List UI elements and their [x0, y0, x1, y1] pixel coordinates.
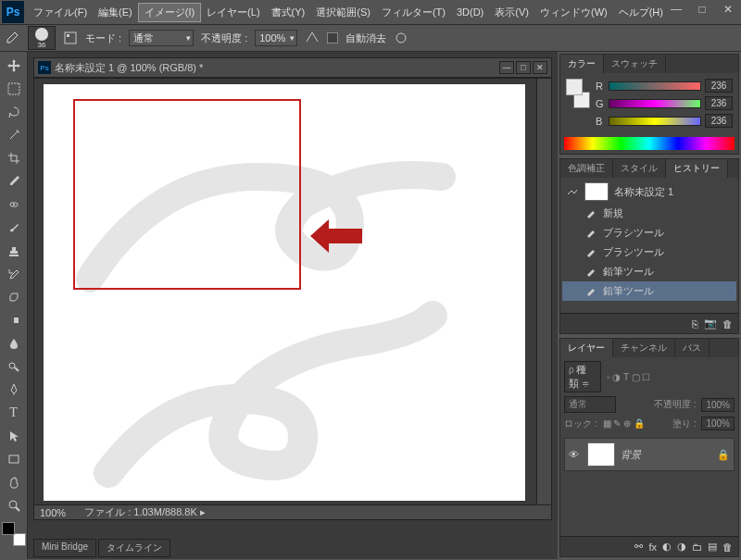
type-tool[interactable]: T [4, 403, 24, 423]
menu-window[interactable]: ウィンドウ(W) [534, 4, 613, 21]
lock-buttons[interactable]: ▦ ✎ ⊕ 🔒 [603, 418, 645, 429]
menu-type[interactable]: 書式(Y) [266, 4, 311, 21]
history-step[interactable]: 新規 [562, 204, 736, 223]
zoom-tool[interactable] [4, 495, 24, 516]
shape-tool[interactable] [4, 449, 24, 469]
brush-preset-picker[interactable]: 36 [28, 26, 56, 50]
history-step[interactable]: ブラシツール [562, 243, 736, 262]
history-trash-icon[interactable]: 🗑 [722, 318, 733, 330]
history-step[interactable]: ブラシツール [562, 223, 736, 243]
svg-rect-0 [65, 32, 76, 44]
color-slider-B[interactable] [609, 117, 701, 126]
tab-paths[interactable]: パス [675, 339, 710, 357]
tab-history[interactable]: ヒストリー [666, 159, 728, 178]
color-slider-R[interactable] [609, 81, 701, 91]
history-camera-icon[interactable]: 📷 [704, 317, 717, 330]
group-icon[interactable]: 🗀 [692, 541, 702, 553]
path-select-tool[interactable] [4, 426, 24, 446]
color-slider-G[interactable] [609, 99, 701, 108]
svg-rect-3 [8, 83, 19, 94]
lock-icon: 🔒 [717, 449, 730, 461]
layer-fill[interactable]: 100% [701, 417, 735, 430]
tab-channels[interactable]: チャンネル [613, 339, 675, 357]
doc-close[interactable]: ✕ [533, 61, 547, 74]
status-bar: 100% ファイル : 1.03M/888.8K ▸ [34, 504, 551, 519]
healing-tool[interactable] [4, 194, 24, 215]
doc-maximize[interactable]: □ [516, 61, 531, 74]
menu-help[interactable]: ヘルプ(H) [613, 4, 669, 21]
svg-rect-1 [67, 34, 69, 37]
zoom-display[interactable]: 100% [40, 507, 66, 518]
menu-view[interactable]: 表示(V) [489, 4, 534, 21]
pen-tool[interactable] [4, 380, 24, 400]
brush-panel-toggle-icon[interactable] [63, 31, 78, 45]
history-snapshot[interactable]: 名称未設定 1 [562, 180, 736, 204]
lasso-tool[interactable] [4, 102, 24, 122]
eyedropper-tool[interactable] [4, 171, 24, 192]
maximize-button[interactable]: □ [689, 0, 715, 19]
mask-icon[interactable]: ◐ [662, 541, 672, 553]
menu-layer[interactable]: レイヤー(L) [201, 4, 265, 21]
menu-3d[interactable]: 3D(D) [451, 5, 489, 19]
color-value-R[interactable]: 236 [705, 79, 733, 93]
visibility-icon[interactable]: 👁 [569, 449, 582, 460]
tab-layers[interactable]: レイヤー [560, 339, 613, 357]
menu-edit[interactable]: 編集(E) [93, 4, 138, 21]
history-brush-tool[interactable] [4, 264, 24, 284]
layer-name[interactable]: 背景 [621, 448, 641, 462]
document-titlebar[interactable]: Ps 名称未設定 1 @ 100% (RGB/8) * — □ ✕ [33, 57, 552, 78]
history-newdoc-icon[interactable]: ⎘ [692, 318, 698, 330]
wand-tool[interactable] [4, 125, 24, 145]
layer-blendmode[interactable]: 通常 [564, 396, 616, 413]
history-step[interactable]: 鉛筆ツール [562, 281, 736, 301]
layer-opacity[interactable]: 100% [701, 398, 735, 412]
gradient-tool[interactable] [4, 310, 24, 330]
blend-mode-dropdown[interactable]: 通常 [129, 30, 194, 46]
autoerase-checkbox[interactable] [327, 32, 338, 44]
layer-row-background[interactable]: 👁 背景 🔒 [564, 438, 735, 471]
menu-image[interactable]: イメージ(I) [138, 3, 201, 22]
new-layer-icon[interactable]: ▤ [708, 541, 717, 553]
color-spectrum[interactable] [564, 137, 735, 150]
vertical-scrollbar[interactable] [536, 79, 551, 506]
link-layers-icon[interactable]: ⚯ [634, 541, 643, 553]
hand-tool[interactable] [4, 472, 24, 492]
move-tool[interactable] [4, 56, 24, 76]
stamp-tool[interactable] [4, 241, 24, 261]
layer-filter-kind[interactable]: ρ 種類 ≑ [564, 361, 601, 392]
menu-file[interactable]: ファイル(F) [28, 4, 93, 21]
brush-tool[interactable] [4, 218, 24, 238]
eraser-tool[interactable] [4, 287, 24, 307]
color-picker-fgbg[interactable] [2, 522, 26, 546]
trash-icon[interactable]: 🗑 [722, 541, 733, 553]
blur-tool[interactable] [4, 333, 24, 354]
menu-select[interactable]: 選択範囲(S) [310, 4, 376, 21]
history-step[interactable]: 鉛筆ツール [562, 262, 736, 281]
crop-tool[interactable] [4, 148, 24, 168]
pressure-opacity-icon[interactable] [305, 31, 320, 45]
layer-filter-icons[interactable]: ▫ ◑ T ▢ ☐ [607, 372, 650, 382]
tab-styles[interactable]: スタイル [613, 159, 666, 178]
fx-icon[interactable]: fx [648, 541, 657, 553]
tab-minibridge[interactable]: Mini Bridge [33, 539, 96, 557]
tab-timeline[interactable]: タイムライン [98, 539, 170, 557]
minimize-button[interactable]: — [663, 0, 689, 19]
tab-swatches[interactable]: スウォッチ [604, 55, 666, 73]
channel-label: R [596, 81, 605, 92]
color-value-G[interactable]: 236 [705, 96, 733, 110]
dodge-tool[interactable] [4, 356, 24, 377]
color-value-B[interactable]: 236 [705, 114, 733, 128]
menu-filter[interactable]: フィルター(T) [376, 4, 451, 21]
adjustment-icon[interactable]: ◑ [677, 541, 686, 553]
opacity-input[interactable]: 100% [255, 30, 297, 46]
options-bar: 36 モード : 通常 不透明度 : 100% 自動消去 [0, 24, 741, 52]
marquee-tool[interactable] [4, 79, 24, 99]
tab-adjustments[interactable]: 色調補正 [560, 159, 613, 178]
history-footer: ⎘ 📷 🗑 [560, 313, 738, 333]
pressure-size-icon[interactable] [394, 31, 408, 45]
color-fgbg-swatch[interactable] [566, 79, 590, 108]
close-button[interactable]: ✕ [715, 0, 741, 19]
canvas[interactable] [44, 84, 525, 501]
tab-color[interactable]: カラー [560, 55, 604, 73]
doc-minimize[interactable]: — [499, 61, 514, 74]
